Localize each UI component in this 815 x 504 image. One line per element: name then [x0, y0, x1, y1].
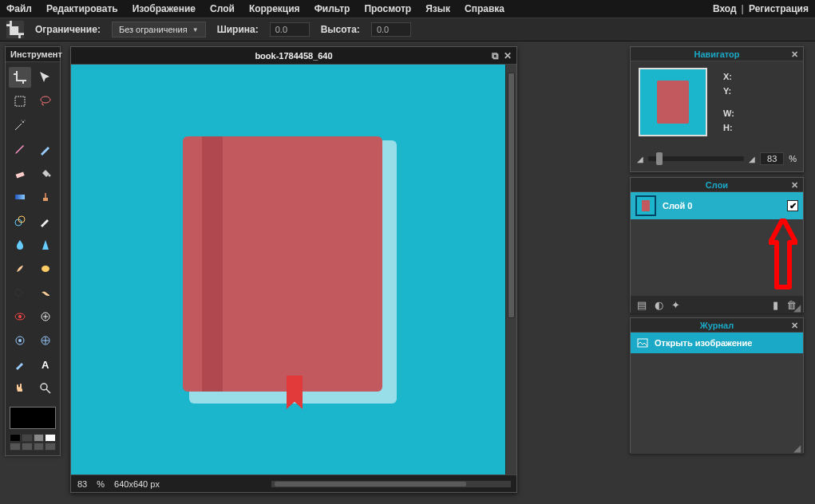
tool-clone[interactable]	[34, 187, 57, 207]
navigator-zoom: ◢ ◢ 83 %	[637, 151, 797, 167]
tool-sponge[interactable]	[34, 258, 57, 279]
menu-edit[interactable]: Редактировать	[46, 3, 118, 14]
layer-visibility-checkbox[interactable]: ✔	[787, 200, 798, 211]
svg-rect-9	[45, 193, 46, 198]
resize-grip[interactable]: ◢	[793, 304, 801, 312]
swatches[interactable]	[10, 434, 56, 451]
menu-help[interactable]: Справка	[465, 3, 504, 14]
layer-name: Слой 0	[663, 201, 692, 211]
width-label: Ширина:	[217, 24, 259, 35]
tool-smooth[interactable]	[34, 115, 57, 136]
zoom-input[interactable]: 83	[760, 152, 784, 165]
canvas[interactable]	[71, 65, 505, 474]
resize-grip[interactable]: ◢	[793, 444, 801, 452]
menu-layer[interactable]: Слой	[210, 3, 235, 14]
tool-spot-heal[interactable]	[34, 306, 57, 327]
layer-row[interactable]: Слой 0 ✔	[631, 192, 803, 219]
layer-fx-icon[interactable]: ✦	[671, 299, 680, 311]
doc-dimensions: 640x640 px	[114, 479, 160, 489]
tool-move[interactable]	[34, 67, 57, 88]
tool-panel-title: Инструмент	[6, 47, 60, 62]
tool-brush[interactable]	[34, 139, 57, 159]
register-link[interactable]: Регистрация	[749, 3, 809, 14]
zoom-out-icon[interactable]: ◢	[637, 155, 643, 163]
tool-dodge[interactable]	[9, 282, 31, 303]
tool-sharpen[interactable]	[34, 234, 57, 255]
tool-pencil[interactable]	[9, 139, 31, 159]
svg-point-21	[41, 384, 47, 390]
svg-rect-8	[43, 198, 48, 201]
navigator-info: X: Y: W: H:	[723, 69, 734, 135]
history-item[interactable]: Открыть изображение	[631, 333, 803, 353]
constraint-value: Без ограничения	[119, 25, 188, 34]
tool-gradient[interactable]	[9, 187, 31, 207]
navigator-title: Навигатор	[694, 49, 740, 59]
svg-point-3	[25, 120, 26, 121]
svg-point-12	[42, 266, 49, 272]
document-window: book-1784458_640 ⧉ ✕ 83 % 640x640 px	[70, 46, 517, 493]
tool-eyedropper[interactable]	[9, 354, 31, 375]
tool-marquee[interactable]	[9, 91, 31, 112]
tool-bloat[interactable]	[9, 330, 31, 351]
tool-draw[interactable]	[34, 211, 57, 231]
scrollbar-horizontal[interactable]	[271, 480, 512, 488]
history-item-label: Открыть изображение	[655, 338, 752, 348]
close-icon[interactable]: ✕	[504, 50, 512, 61]
zoom-unit: %	[97, 479, 105, 489]
menu-view[interactable]: Просмотр	[364, 3, 411, 14]
svg-point-4	[22, 120, 22, 121]
tool-eraser[interactable]	[9, 163, 31, 183]
history-panel: Журнал ✕ Открыть изображение ◢	[630, 317, 804, 453]
width-input[interactable]: 0.0	[270, 22, 310, 37]
login-link[interactable]: Вход	[713, 3, 737, 14]
close-icon[interactable]: ✕	[791, 47, 798, 61]
menu-image[interactable]: Изображение	[133, 3, 196, 14]
tool-blur[interactable]	[9, 234, 31, 255]
close-icon[interactable]: ✕	[791, 178, 798, 192]
foreground-color[interactable]	[10, 407, 56, 429]
tool-burn[interactable]	[34, 282, 57, 303]
tool-pinch[interactable]	[34, 330, 57, 351]
tool-crop[interactable]	[9, 67, 31, 88]
constraint-dropdown[interactable]: Без ограничения ▼	[112, 22, 206, 37]
open-image-icon	[637, 337, 648, 348]
scrollbar-vertical[interactable]	[505, 65, 516, 474]
lock-layer-icon[interactable]: ▮	[773, 299, 778, 311]
new-layer-icon[interactable]: ▤	[637, 299, 647, 311]
height-input[interactable]: 0.0	[371, 22, 411, 37]
svg-point-6	[49, 175, 51, 177]
tool-bucket[interactable]	[34, 163, 57, 183]
layers-toolbar: ▤ ◐ ✦ ▮ 🗑	[631, 296, 803, 313]
document-title: book-1784458_640	[255, 51, 332, 61]
tool-redeye[interactable]	[9, 306, 31, 327]
tool-replace-color[interactable]	[9, 211, 31, 231]
tool-wand[interactable]	[9, 115, 31, 136]
maximize-icon[interactable]: ⧉	[492, 50, 499, 61]
svg-point-18	[18, 339, 22, 342]
tool-hand[interactable]	[9, 378, 31, 399]
tool-smudge[interactable]	[9, 258, 31, 279]
menu-file[interactable]: Файл	[6, 3, 32, 14]
menu-filter[interactable]: Фильтр	[315, 3, 350, 14]
zoom-in-icon[interactable]: ◢	[749, 155, 755, 163]
tool-type[interactable]: A	[34, 354, 57, 375]
menu-adjustment[interactable]: Коррекция	[249, 3, 300, 14]
history-title: Журнал	[700, 321, 734, 330]
zoom-value: 83	[77, 479, 87, 489]
close-icon[interactable]: ✕	[791, 318, 798, 333]
menu-language[interactable]: Язык	[425, 3, 450, 14]
svg-point-1	[41, 96, 50, 103]
layer-mask-icon[interactable]: ◐	[655, 299, 663, 311]
navigator-thumbnail[interactable]	[639, 68, 707, 136]
chevron-down-icon: ▼	[192, 26, 199, 33]
tool-lasso[interactable]	[34, 91, 57, 112]
crop-icon	[6, 21, 24, 38]
tool-zoom[interactable]	[34, 378, 57, 399]
height-label: Высота:	[321, 24, 360, 35]
zoom-slider[interactable]	[648, 156, 744, 161]
zoom-pct: %	[789, 154, 797, 163]
layers-panel: Слои ✕ Слой 0 ✔ ▤ ◐ ✦ ▮ 🗑 ◢	[630, 177, 804, 313]
document-titlebar[interactable]: book-1784458_640 ⧉ ✕	[71, 47, 516, 65]
svg-rect-5	[16, 171, 25, 178]
canvas-area	[71, 65, 516, 474]
